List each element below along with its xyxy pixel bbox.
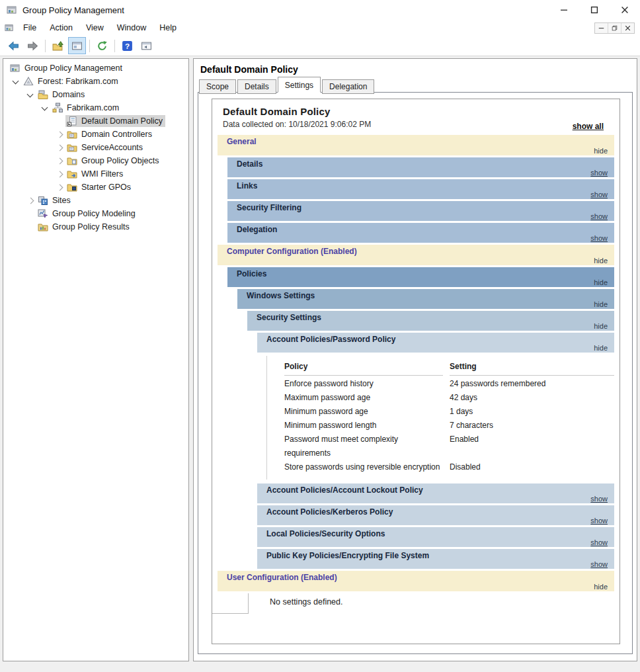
- child-minimize-button[interactable]: [595, 23, 608, 33]
- child-window-controls: [594, 22, 635, 34]
- report-body: GeneralhideDetailsshowLinksshowSecurity …: [212, 135, 620, 614]
- tree-item-label: Default Domain Policy: [81, 116, 163, 126]
- password-policy-table: PolicySettingEnforce password history24 …: [266, 356, 614, 480]
- chevron-down-icon[interactable]: [23, 93, 36, 97]
- tree-item-inner: Group Policy Management: [9, 62, 125, 74]
- show-link[interactable]: show: [590, 538, 608, 546]
- tab-details[interactable]: Details: [237, 79, 276, 94]
- hide-link[interactable]: hide: [594, 257, 608, 265]
- tree-item-group-policy-results[interactable]: Group Policy Results: [3, 220, 188, 233]
- band-title: User Configuration (Enabled): [227, 573, 337, 582]
- tab-settings[interactable]: Settings: [278, 77, 321, 93]
- tree-item-domains[interactable]: Domains: [3, 88, 188, 101]
- report-section-user-configuration-enabled: User Configuration (Enabled)hide: [218, 571, 614, 591]
- ou-folder-icon: [67, 129, 77, 140]
- show-link[interactable]: show: [590, 495, 608, 503]
- chevron-right-icon[interactable]: [52, 185, 65, 190]
- menu-file[interactable]: File: [17, 21, 43, 34]
- report-band-local-policies-security-options: Local Policies/Security Optionsshow: [257, 527, 614, 547]
- toolbar-export-list-button[interactable]: [49, 37, 67, 54]
- show-link[interactable]: show: [590, 517, 608, 525]
- tree-item-label: WMI Filters: [81, 169, 123, 179]
- tree-item-wmi-filters[interactable]: WMI Filters: [3, 167, 188, 181]
- table-cell: 24 passwords remembered: [450, 377, 614, 391]
- tree-item-inner: ServiceAccounts: [65, 142, 145, 153]
- no-settings-text: No settings defined.: [249, 593, 343, 614]
- menu-help[interactable]: Help: [153, 21, 183, 34]
- chevron-right-icon[interactable]: [52, 172, 65, 177]
- tree-item-group-policy-objects[interactable]: Group Policy Objects: [3, 154, 188, 167]
- toolbar: ?: [0, 36, 640, 56]
- tab-scope[interactable]: Scope: [199, 79, 236, 94]
- hide-link[interactable]: hide: [594, 344, 608, 352]
- maximize-icon: [590, 6, 598, 14]
- band-title: General: [227, 137, 257, 146]
- chevron-right-icon[interactable]: [52, 132, 65, 137]
- show-link[interactable]: show: [590, 560, 608, 568]
- help-icon: ?: [122, 40, 133, 52]
- report-band-delegation: Delegationshow: [227, 223, 614, 243]
- menu-window[interactable]: Window: [110, 21, 153, 34]
- console-tree: Group Policy ManagementForest: Fabrikam.…: [3, 58, 189, 661]
- tree-item-label: Group Policy Modeling: [52, 209, 136, 218]
- menu-action[interactable]: Action: [43, 21, 79, 34]
- report-band-security-settings: Security Settingshide: [247, 311, 614, 331]
- maximize-button[interactable]: [579, 0, 610, 20]
- window-controls: [549, 0, 640, 20]
- chevron-right-icon[interactable]: [23, 198, 36, 203]
- toolbar-forward-arrow-button[interactable]: [24, 37, 42, 54]
- band-title: Links: [237, 181, 257, 190]
- tree-item-label: Group Policy Results: [52, 222, 130, 231]
- tree-item-inner: Default Domain Policy: [65, 115, 165, 127]
- hide-link[interactable]: hide: [594, 300, 608, 308]
- tree-item-sites[interactable]: Sites: [3, 194, 188, 207]
- child-restore-button[interactable]: [608, 23, 621, 33]
- hide-link[interactable]: hide: [594, 278, 608, 286]
- close-button[interactable]: [610, 0, 640, 20]
- tree-item-group-policy-management[interactable]: Group Policy Management: [3, 62, 188, 75]
- minimize-button[interactable]: [549, 0, 579, 20]
- toolbar-refresh-button[interactable]: [93, 37, 111, 54]
- mmc-snapin-icon: [5, 23, 14, 32]
- tree-item-label: Domain Controllers: [81, 130, 152, 139]
- child-close-button[interactable]: [621, 23, 634, 33]
- show-link[interactable]: show: [590, 234, 608, 242]
- toolbar-new-window-button[interactable]: [138, 37, 155, 54]
- band-title: Account Policies/Account Lockout Policy: [266, 485, 423, 495]
- menu-view[interactable]: View: [79, 21, 110, 34]
- tree-item-domain-controllers[interactable]: Domain Controllers: [3, 128, 188, 141]
- back-arrow-icon: [8, 40, 19, 52]
- show-all-link[interactable]: show all: [573, 122, 604, 131]
- domains-icon: [38, 89, 48, 100]
- tree-item-starter-gpos[interactable]: Starter GPOs: [3, 181, 188, 194]
- toolbar-help-button[interactable]: ?: [118, 37, 136, 54]
- tab-bar: ScopeDetailsSettingsDelegation: [194, 77, 637, 93]
- show-link[interactable]: show: [590, 169, 608, 177]
- results-icon: [38, 222, 48, 232]
- hide-link[interactable]: hide: [594, 583, 608, 591]
- hide-link[interactable]: hide: [594, 322, 608, 330]
- chevron-down-icon[interactable]: [9, 80, 22, 83]
- tree-item-default-domain-policy[interactable]: Default Domain Policy: [3, 114, 188, 128]
- toolbar-back-arrow-button[interactable]: [5, 37, 22, 54]
- menu-bar: FileActionViewWindowHelp: [0, 20, 640, 36]
- report-band-security-filtering: Security Filteringshow: [227, 201, 614, 221]
- chevron-down-icon[interactable]: [38, 106, 51, 110]
- report-collected-timestamp: Data collected on: 10/18/2021 9:06:02 PM: [223, 120, 374, 130]
- chevron-right-icon[interactable]: [52, 159, 65, 163]
- chevron-right-icon[interactable]: [52, 146, 65, 150]
- tree-item-label: Forest: Fabrikam.com: [38, 77, 118, 86]
- tree-item-inner: Fabrikam.com: [51, 102, 122, 114]
- hide-link[interactable]: hide: [594, 147, 608, 155]
- report-band-windows-settings: Windows Settingshide: [237, 289, 614, 309]
- close-icon: [621, 6, 629, 14]
- show-link[interactable]: show: [590, 190, 608, 198]
- tab-delegation[interactable]: Delegation: [322, 79, 374, 94]
- show-link[interactable]: show: [590, 212, 608, 220]
- tree-item-serviceaccounts[interactable]: ServiceAccounts: [3, 141, 188, 154]
- table-cell: 42 days: [450, 391, 614, 405]
- toolbar-console-window-button[interactable]: [68, 37, 86, 54]
- tree-item-group-policy-modeling[interactable]: Group Policy Modeling: [3, 207, 188, 220]
- tree-item-forest-fabrikam-com[interactable]: Forest: Fabrikam.com: [3, 75, 188, 88]
- tree-item-fabrikam-com[interactable]: Fabrikam.com: [3, 101, 188, 114]
